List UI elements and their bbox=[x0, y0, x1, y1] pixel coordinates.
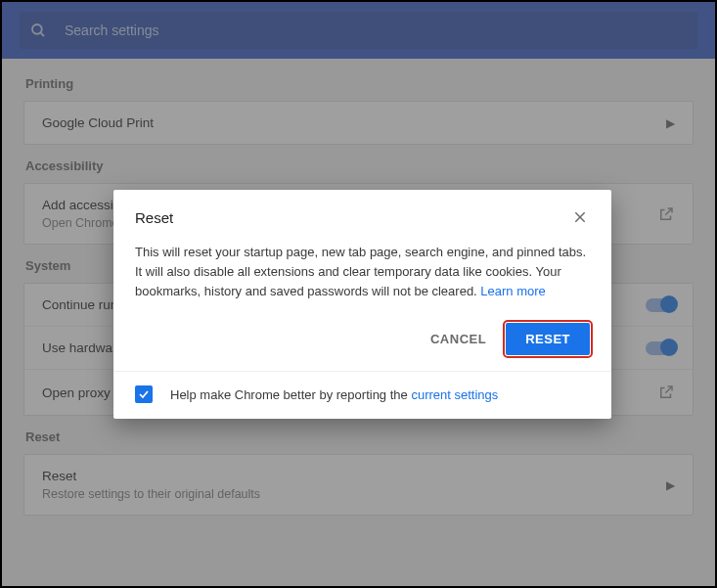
report-checkbox[interactable] bbox=[135, 385, 153, 403]
learn-more-link[interactable]: Learn more bbox=[480, 284, 545, 298]
reset-dialog: Reset This will reset your startup page,… bbox=[113, 190, 611, 419]
current-settings-link[interactable]: current settings bbox=[411, 387, 498, 402]
footer-text-wrap: Help make Chrome better by reporting the… bbox=[170, 387, 498, 402]
dialog-body: This will reset your startup page, new t… bbox=[113, 233, 611, 301]
dialog-actions: CANCEL RESET bbox=[113, 301, 611, 371]
cancel-button[interactable]: CANCEL bbox=[426, 324, 490, 354]
footer-text: Help make Chrome better by reporting the bbox=[170, 387, 411, 402]
reset-button[interactable]: RESET bbox=[506, 323, 590, 355]
close-icon[interactable] bbox=[570, 207, 590, 227]
dialog-title: Reset bbox=[135, 209, 570, 226]
dialog-header: Reset bbox=[113, 190, 611, 233]
dialog-footer: Help make Chrome better by reporting the… bbox=[113, 371, 611, 419]
